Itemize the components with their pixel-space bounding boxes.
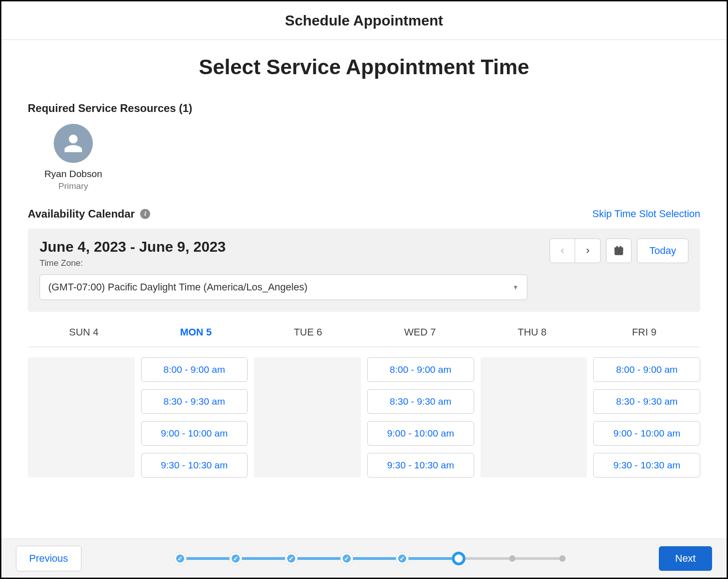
page-title: Select Service Appointment Time: [28, 55, 700, 79]
progress-step[interactable]: [452, 552, 465, 565]
progress-step[interactable]: [230, 553, 242, 564]
timezone-select[interactable]: (GMT-07:00) Pacific Daylight Time (Ameri…: [40, 274, 527, 300]
calendar-section-label: Availability Calendar: [28, 208, 135, 220]
slots-grid: 8:00 - 9:00 am8:30 - 9:30 am9:00 - 10:00…: [28, 347, 700, 477]
day-column: 8:00 - 9:00 am8:30 - 9:30 am9:00 - 10:00…: [367, 357, 474, 477]
timezone-value: (GMT-07:00) Pacific Daylight Time (Ameri…: [48, 281, 308, 293]
day-header[interactable]: FRI 9: [588, 326, 700, 338]
date-range: June 4, 2023 - June 9, 2023: [40, 239, 226, 255]
footer: Previous Next: [1, 538, 727, 578]
svg-rect-1: [615, 248, 623, 250]
chevron-left-icon: [558, 247, 566, 255]
time-slot[interactable]: 8:30 - 9:30 am: [367, 389, 474, 414]
progress-step[interactable]: [341, 553, 353, 564]
time-slot[interactable]: 8:00 - 9:00 am: [593, 357, 700, 382]
day-header[interactable]: THU 8: [476, 326, 588, 338]
main-content: Select Service Appointment Time Required…: [1, 40, 727, 477]
day-column: 8:00 - 9:00 am8:30 - 9:30 am9:00 - 10:00…: [593, 357, 700, 477]
resource-name: Ryan Dobson: [28, 168, 119, 179]
day-column: [28, 357, 135, 477]
progress-segment: [516, 557, 559, 560]
svg-rect-2: [617, 247, 618, 249]
progress-step[interactable]: [396, 553, 408, 564]
progress-step[interactable]: [509, 555, 516, 562]
person-icon: [63, 133, 84, 154]
day-column: [254, 357, 361, 477]
timezone-label: Time Zone:: [40, 258, 226, 268]
progress-step[interactable]: [174, 553, 186, 564]
day-column: 8:00 - 9:00 am8:30 - 9:30 am9:00 - 10:00…: [141, 357, 248, 477]
avatar: [54, 124, 93, 163]
progress-segment: [465, 557, 509, 560]
resources-section-label: Required Service Resources (1): [28, 102, 700, 115]
calendar-icon: [614, 246, 624, 256]
progress-segment: [408, 557, 452, 560]
progress-step[interactable]: [559, 555, 566, 562]
progress-segment: [186, 557, 230, 560]
today-button[interactable]: Today: [637, 239, 688, 263]
time-slot[interactable]: 8:30 - 9:30 am: [593, 389, 700, 414]
chevron-right-icon: [584, 247, 592, 255]
info-icon[interactable]: i: [140, 209, 150, 219]
calendar-toolbar: June 4, 2023 - June 9, 2023 Time Zone: T…: [28, 229, 700, 312]
next-week-button[interactable]: [575, 239, 601, 263]
day-headers: SUN 4MON 5TUE 6WED 7THU 8FRI 9: [28, 323, 700, 347]
window-title: Schedule Appointment: [1, 12, 727, 29]
time-slot[interactable]: 8:00 - 9:00 am: [141, 357, 248, 382]
time-slot[interactable]: 9:30 - 10:30 am: [367, 453, 474, 477]
previous-button[interactable]: Previous: [16, 546, 81, 571]
chevron-down-icon: ▼: [512, 284, 519, 291]
day-column: [480, 357, 587, 477]
day-header[interactable]: SUN 4: [28, 326, 140, 338]
time-slot[interactable]: 9:00 - 10:00 am: [367, 421, 474, 446]
skip-time-slot-link[interactable]: Skip Time Slot Selection: [592, 208, 700, 220]
next-button[interactable]: Next: [659, 546, 712, 571]
resource-card: Ryan Dobson Primary: [28, 124, 119, 191]
svg-rect-3: [620, 247, 621, 249]
time-slot[interactable]: 9:00 - 10:00 am: [141, 421, 248, 446]
day-header[interactable]: WED 7: [364, 326, 476, 338]
progress-indicator: [81, 552, 659, 565]
calendar-header-row: Availability Calendar i Skip Time Slot S…: [28, 208, 700, 220]
calendar-picker-button[interactable]: [606, 239, 632, 263]
window-header: Schedule Appointment: [1, 1, 727, 40]
time-slot[interactable]: 9:30 - 10:30 am: [593, 453, 700, 477]
time-slot[interactable]: 8:00 - 9:00 am: [367, 357, 474, 382]
time-slot[interactable]: 8:30 - 9:30 am: [141, 389, 248, 414]
time-slot[interactable]: 9:00 - 10:00 am: [593, 421, 700, 446]
time-slot[interactable]: 9:30 - 10:30 am: [141, 453, 248, 477]
progress-step[interactable]: [285, 553, 297, 564]
progress-segment: [297, 557, 341, 560]
progress-segment: [242, 557, 285, 560]
progress-segment: [353, 557, 396, 560]
prev-week-button[interactable]: [550, 239, 575, 263]
day-header[interactable]: MON 5: [140, 326, 252, 338]
day-header[interactable]: TUE 6: [252, 326, 364, 338]
resource-role: Primary: [28, 181, 119, 191]
